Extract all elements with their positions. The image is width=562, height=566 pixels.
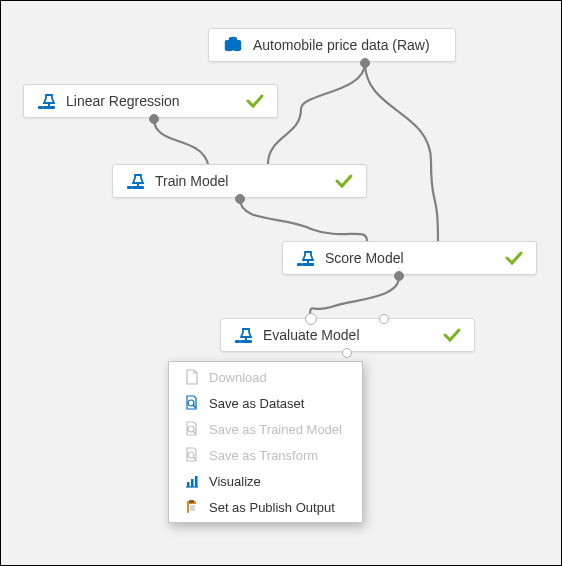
clipboard-icon xyxy=(183,499,201,515)
svg-rect-31 xyxy=(189,504,196,513)
svg-rect-26 xyxy=(187,482,190,487)
magnify-doc-icon xyxy=(183,447,201,463)
menu-item-save-dataset[interactable]: Save as Dataset xyxy=(169,390,362,416)
menu-item-label: Download xyxy=(209,370,267,385)
evaluate-output-port[interactable] xyxy=(342,348,352,358)
evaluate-input-port-left[interactable] xyxy=(305,313,317,325)
svg-rect-30 xyxy=(189,500,194,503)
menu-item-label: Visualize xyxy=(209,474,261,489)
menu-item-download: Download xyxy=(169,364,362,390)
experiment-icon xyxy=(36,92,56,110)
menu-item-set-publish-output[interactable]: Set as Publish Output xyxy=(169,494,362,520)
svg-rect-9 xyxy=(38,106,43,109)
train-model-node[interactable]: Train Model xyxy=(112,164,367,198)
svg-rect-15 xyxy=(297,263,302,266)
experiment-icon xyxy=(233,326,253,344)
status-success-icon xyxy=(245,93,265,109)
evaluate-model-label: Evaluate Model xyxy=(263,327,360,343)
menu-item-label: Save as Trained Model xyxy=(209,422,342,437)
status-success-icon xyxy=(504,250,524,266)
database-icon xyxy=(223,36,243,54)
chart-icon xyxy=(183,473,201,489)
score-model-label: Score Model xyxy=(325,250,404,266)
dataset-node-label: Automobile price data (Raw) xyxy=(253,37,430,53)
experiment-icon xyxy=(125,172,145,190)
train-model-output-port[interactable] xyxy=(235,194,245,204)
svg-point-6 xyxy=(229,37,237,41)
dataset-output-port[interactable] xyxy=(360,58,370,68)
svg-rect-12 xyxy=(127,186,132,189)
magnify-doc-icon xyxy=(183,421,201,437)
menu-item-label: Save as Transform xyxy=(209,448,318,463)
experiment-icon xyxy=(295,249,315,267)
svg-point-2 xyxy=(225,47,233,51)
context-menu: Download Save as Dataset Save as Train xyxy=(168,361,363,523)
score-model-node[interactable]: Score Model xyxy=(282,241,537,275)
linear-regression-label: Linear Regression xyxy=(66,93,180,109)
train-model-label: Train Model xyxy=(155,173,228,189)
evaluate-model-node[interactable]: Evaluate Model xyxy=(220,318,475,352)
document-icon xyxy=(183,369,201,385)
status-success-icon xyxy=(334,173,354,189)
status-success-icon xyxy=(442,327,462,343)
svg-rect-27 xyxy=(191,479,194,487)
magnify-doc-icon xyxy=(183,395,201,411)
score-model-output-port[interactable] xyxy=(394,271,404,281)
linear-regression-node[interactable]: Linear Regression xyxy=(23,84,278,118)
svg-point-5 xyxy=(233,47,241,51)
ml-pipeline-canvas[interactable]: Automobile price data (Raw) Linear Regre… xyxy=(0,0,562,566)
menu-item-save-trained-model: Save as Trained Model xyxy=(169,416,362,442)
menu-item-save-transform: Save as Transform xyxy=(169,442,362,468)
svg-rect-18 xyxy=(235,340,240,343)
svg-rect-28 xyxy=(195,476,198,487)
linear-regression-output-port[interactable] xyxy=(149,114,159,124)
menu-item-label: Set as Publish Output xyxy=(209,500,335,515)
menu-item-visualize[interactable]: Visualize xyxy=(169,468,362,494)
dataset-node[interactable]: Automobile price data (Raw) xyxy=(208,28,456,62)
evaluate-input-port-right[interactable] xyxy=(379,314,389,324)
menu-item-label: Save as Dataset xyxy=(209,396,304,411)
